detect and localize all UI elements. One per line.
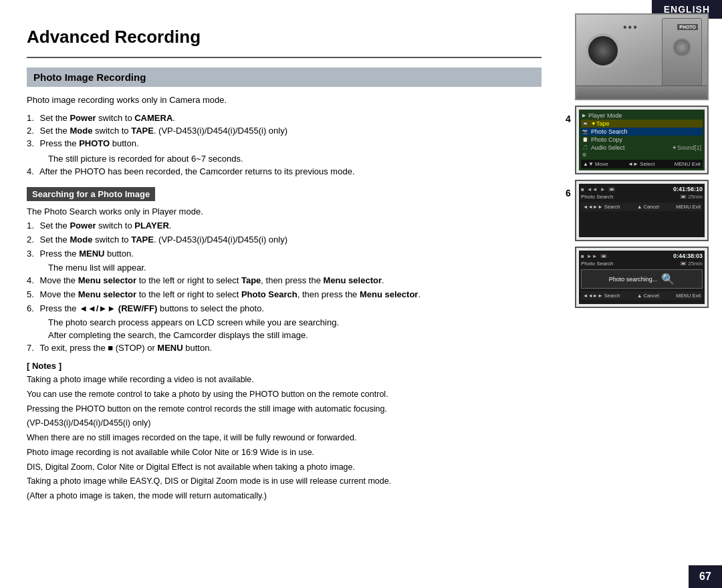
step-1: 1. Set the Power switch to CAMERA. bbox=[27, 113, 542, 123]
note-7: Taking a photo image while EASY.Q, DIS o… bbox=[27, 475, 542, 488]
step-4: 4. After the PHOTO has been recorded, th… bbox=[27, 166, 542, 176]
bold-tape1: TAPE bbox=[131, 126, 154, 136]
note-6: DIS, Digital Zoom, Color Nite or Digital… bbox=[27, 461, 542, 474]
page-title: Advanced Recording bbox=[27, 27, 542, 47]
exit-ctrl-2: MENU Exit bbox=[676, 293, 701, 299]
bold-power: Power bbox=[70, 113, 96, 123]
note-5: Photo image recording is not available w… bbox=[27, 446, 542, 459]
menu-screen: ▶ Player Mode 📼 ✦Tape 📷 Photo Search 📋 P… bbox=[579, 110, 705, 170]
main-content: Advanced Recording Photo Image Recording… bbox=[0, 0, 562, 588]
note-3: Pressing the PHOTO button on the remote … bbox=[27, 403, 542, 416]
timecode-2: 0:44:38:03 bbox=[673, 253, 703, 259]
step-3-indent: The still picture is recorded for about … bbox=[27, 154, 542, 164]
photo-search-screen-1: ■ ◄◄ ► 📼 0:41:56:10 Photo Search 📼 25min… bbox=[579, 184, 705, 237]
menu-select: ◄► Select bbox=[628, 161, 654, 167]
panel-number-4: 4 bbox=[562, 114, 575, 124]
photo-search-label-1: Photo Search 📼 25min bbox=[581, 194, 703, 200]
search-step-7: 7. To exit, press the ■ (STOP) or MENU b… bbox=[27, 343, 542, 353]
notes-header: [ Notes ] bbox=[27, 361, 542, 371]
bold-camera: CAMERA bbox=[134, 113, 172, 123]
exit-ctrl-1: MENU Exit bbox=[676, 204, 701, 210]
searching-icon: 🔍 bbox=[661, 273, 675, 285]
search-step-3-indent: The menu list will appear. bbox=[27, 263, 542, 273]
search-step-3: 3. Press the MENU button. bbox=[27, 249, 542, 259]
note-3b: (VP-D453(i)/D454(i)/D455(i) only) bbox=[27, 417, 542, 430]
screen-panel-4: 4 ▶ Player Mode 📼 ✦Tape 📷 Photo Search 📋… bbox=[575, 106, 709, 174]
steps-list: 1. Set the Power switch to CAMERA. 2. Se… bbox=[27, 113, 542, 148]
cancel-ctrl-2: ▲ Cancel bbox=[637, 293, 659, 299]
camera-image-box: ••• PHOTO bbox=[575, 13, 709, 100]
step-3: 3. Press the PHOTO button. bbox=[27, 138, 542, 148]
menu-row-photocopy: 📋 Photo Copy bbox=[581, 136, 703, 144]
note-4: When there are no still images recorded … bbox=[27, 432, 542, 444]
menu-row-extra: ⚙ bbox=[581, 152, 703, 158]
menu-row-tape: 📼 ✦Tape bbox=[581, 120, 703, 128]
bold-photo: PHOTO bbox=[79, 138, 110, 148]
menu-exit: MENU Exit bbox=[675, 161, 701, 167]
right-panel: ••• PHOTO 4 ▶ Player Mode 📼 ✦Tape 📷 bbox=[575, 13, 715, 308]
menu-move: ▲▼ Move bbox=[583, 161, 608, 167]
screen-panel-6b: ■ ►► 📼 0:44:38:03 Photo Search 📼 25min P… bbox=[575, 247, 709, 308]
camera-visual: ••• PHOTO bbox=[576, 15, 707, 99]
screen-panel-6a: 6 ■ ◄◄ ► 📼 0:41:56:10 Photo Search 📼 25m… bbox=[575, 180, 709, 241]
intro-text: Photo image recording works only in Came… bbox=[27, 95, 542, 105]
ps-top-row-2: ■ ►► 📼 0:44:38:03 bbox=[581, 253, 703, 259]
search-step-1: 1. Set the Power switch to PLAYER. bbox=[27, 220, 542, 231]
step-2: 2. Set the Mode switch to TAPE. (VP-D453… bbox=[27, 126, 542, 136]
search-step-4: 4. Move the Menu selector to the left or… bbox=[27, 275, 542, 285]
ps-controls-2: ◄◄►► Search ▲ Cancel MENU Exit bbox=[581, 291, 703, 300]
search-step-5: 5. Move the Menu selector to the left or… bbox=[27, 289, 542, 299]
cancel-ctrl-1: ▲ Cancel bbox=[637, 204, 659, 210]
photo-search-intro: The Photo Search works only in Player mo… bbox=[27, 206, 542, 216]
ps-top-row-1: ■ ◄◄ ► 📼 0:41:56:10 bbox=[581, 186, 703, 192]
ps-controls-1: ◄◄►► Search ▲ Cancel MENU Exit bbox=[581, 202, 703, 211]
search-step-6: 6. Press the ◄◄/►► (REW/FF) buttons to s… bbox=[27, 303, 542, 313]
photo-searching-text: Photo searching... bbox=[609, 276, 658, 283]
panel-number-6: 6 bbox=[562, 188, 575, 198]
note-2: You can use the remote control to take a… bbox=[27, 388, 542, 401]
search-step-6-indent2: After completing the search, the Camcord… bbox=[27, 330, 542, 340]
menu-row-audioselect: 🎵 Audio Select ✦Sound[1] bbox=[581, 144, 703, 152]
menu-row-playermode: ▶ Player Mode bbox=[581, 112, 703, 120]
photo-searching-overlay: Photo searching... 🔍 bbox=[581, 269, 703, 289]
search-ctrl-2: ◄◄►► Search bbox=[583, 293, 620, 299]
photo-button-label: PHOTO bbox=[677, 24, 698, 30]
note-8: (After a photo image is taken, the mode … bbox=[27, 490, 542, 502]
sub-section-header: Searching for a Photo Image bbox=[27, 187, 155, 201]
menu-row-photosearch: 📷 Photo Search bbox=[581, 128, 703, 136]
timecode-1: 0:41:56:10 bbox=[673, 186, 703, 192]
photo-search-screen-2: ■ ►► 📼 0:44:38:03 Photo Search 📼 25min P… bbox=[579, 251, 705, 304]
note-1: Taking a photo image while recording a v… bbox=[27, 374, 542, 386]
menu-footer: ▲▼ Move ◄► Select MENU Exit bbox=[581, 160, 703, 168]
bold-mode: Mode bbox=[70, 126, 92, 136]
title-divider bbox=[27, 57, 542, 58]
photo-search-label-2: Photo Search 📼 25min bbox=[581, 261, 703, 267]
page-number: 67 bbox=[689, 565, 722, 588]
search-ctrl-1: ◄◄►► Search bbox=[583, 204, 620, 210]
search-step-2: 2. Set the Mode switch to TAPE. (VP-D453… bbox=[27, 235, 542, 245]
section-header: Photo Image Recording bbox=[27, 67, 542, 87]
search-step-6-indent1: The photo search process appears on LCD … bbox=[27, 317, 542, 327]
